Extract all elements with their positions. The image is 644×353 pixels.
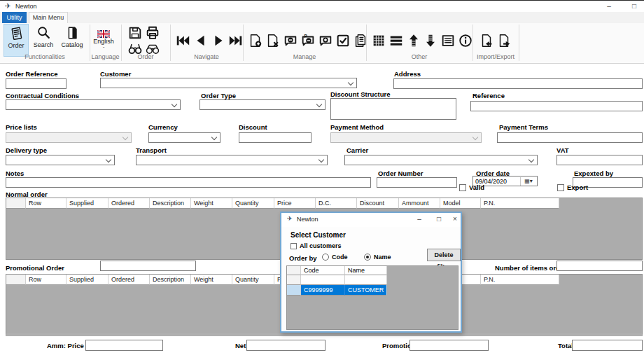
valid-checkbox[interactable]: Valid — [459, 184, 484, 191]
customer-grid-selected-row[interactable]: C9999999CUSTOMER — [287, 285, 387, 298]
promotional-order-label: Promotional Order — [6, 264, 64, 272]
reference-input[interactable] — [470, 101, 643, 111]
delivery-type-combobox[interactable] — [6, 155, 115, 165]
new-order-button[interactable] — [248, 33, 263, 48]
amm-price-list-input[interactable] — [85, 340, 163, 351]
column-header-quantity[interactable]: Quantity — [232, 198, 274, 209]
delete-order-button[interactable] — [265, 33, 281, 48]
column-header-selector[interactable] — [6, 198, 26, 209]
tab-utility[interactable]: Utility — [2, 12, 27, 23]
export-button[interactable] — [496, 33, 512, 48]
info-button[interactable] — [458, 33, 473, 48]
order-by-code-radio[interactable]: Code — [322, 254, 348, 261]
move-down-button[interactable] — [423, 33, 438, 48]
order-reference-input[interactable] — [6, 78, 66, 89]
dialog-maximize-button[interactable]: □ — [433, 214, 445, 225]
customer-name-cell[interactable]: CUSTOMER — [345, 285, 387, 296]
column-header-pn[interactable]: P.N. — [481, 198, 559, 209]
print-button[interactable] — [145, 25, 160, 41]
calendar-dropdown-icon[interactable]: ▦▾ — [520, 177, 536, 186]
add-row-button[interactable] — [318, 33, 333, 48]
order-number-input[interactable] — [377, 177, 457, 188]
group-separator — [519, 25, 519, 61]
column-header-ordered[interactable]: Ordered — [108, 275, 150, 285]
save-button[interactable] — [127, 25, 143, 41]
column-header-selector[interactable] — [287, 266, 301, 275]
contractual-conditions-combobox[interactable] — [6, 99, 181, 110]
column-header-weight[interactable]: Weight — [191, 275, 232, 285]
import-button[interactable] — [479, 33, 494, 48]
column-header-ammount[interactable]: Ammount — [399, 198, 440, 209]
remove-promo-row-button[interactable]: P — [300, 33, 316, 48]
column-header-row[interactable]: Row — [26, 275, 66, 285]
order-button[interactable]: Order — [4, 24, 29, 57]
list-view-button[interactable] — [440, 33, 456, 48]
column-header-row[interactable]: Row — [26, 198, 66, 209]
all-customers-checkbox[interactable]: All customers — [290, 242, 342, 249]
arrow-up-icon — [406, 33, 421, 48]
promotional-order-input[interactable] — [100, 261, 196, 271]
address-input[interactable] — [393, 78, 643, 89]
column-header-weight[interactable]: Weight — [191, 198, 232, 209]
discount-structure-label: Discount Structure — [330, 90, 391, 98]
remove-row-button[interactable] — [283, 33, 298, 48]
table-view-button[interactable] — [371, 33, 386, 48]
dialog-minimize-button[interactable]: – — [413, 214, 426, 225]
minimize-button[interactable]: – — [600, 1, 618, 12]
catalog-button[interactable]: Catalog — [58, 24, 86, 57]
menu-lines-button[interactable] — [388, 33, 404, 48]
column-header-model[interactable]: Model — [440, 198, 481, 209]
notes-input[interactable] — [6, 177, 371, 188]
column-header-code[interactable]: Code — [301, 266, 345, 275]
nav-prev-button[interactable] — [193, 33, 209, 48]
column-header-supplied[interactable]: Supplied — [66, 198, 108, 209]
column-header-discount[interactable]: Discount — [357, 198, 399, 209]
move-up-button[interactable] — [406, 33, 421, 48]
column-header-ordered[interactable]: Ordered — [108, 198, 150, 209]
order-by-name-radio[interactable]: Name — [364, 254, 391, 261]
customer-grid[interactable]: CodeName C9999999CUSTOMER — [286, 265, 458, 330]
customer-code-cell[interactable]: C9999999 — [301, 285, 345, 296]
net-input[interactable] — [246, 340, 326, 351]
confirm-order-button[interactable] — [335, 33, 351, 48]
language-button[interactable]: English - — [88, 24, 119, 57]
check-square-icon — [335, 33, 351, 48]
delete-filter-button[interactable]: Delete filter — [427, 249, 461, 261]
nav-last-button[interactable] — [228, 33, 244, 48]
discount-structure-textarea[interactable] — [330, 98, 456, 120]
column-header-price[interactable]: Price — [274, 198, 316, 209]
column-header-description[interactable]: Description — [150, 198, 191, 209]
payment-method-combobox — [330, 132, 482, 143]
column-header-supplied[interactable]: Supplied — [66, 275, 108, 285]
export-checkbox[interactable]: Export — [557, 184, 588, 191]
row-selector-cell[interactable] — [287, 285, 301, 296]
customer-combobox[interactable] — [100, 78, 357, 88]
vat-input[interactable] — [556, 155, 643, 165]
row-selector-cell[interactable] — [287, 275, 301, 285]
column-header-name[interactable]: Name — [345, 266, 387, 275]
catalog-button-label: Catalog — [58, 41, 86, 48]
search-button[interactable]: Search — [30, 24, 57, 57]
chevron-down-icon — [122, 134, 128, 140]
discount-input[interactable] — [239, 132, 312, 143]
column-header-pn[interactable]: P.N. — [481, 275, 559, 285]
promotion-input[interactable] — [410, 340, 489, 351]
dialog-close-button[interactable]: × — [449, 214, 461, 225]
maximize-button[interactable]: □ — [625, 1, 643, 12]
nav-first-button[interactable] — [175, 33, 190, 48]
number-items-ordered-input[interactable] — [556, 261, 643, 271]
tab-main-menu[interactable]: Main Menu — [29, 12, 68, 23]
column-header-quantity[interactable]: Quantity — [232, 275, 274, 285]
column-header-dc[interactable]: D.C. — [316, 198, 357, 209]
total-input[interactable] — [572, 340, 643, 351]
filter-code-cell[interactable] — [301, 275, 345, 285]
payment-terms-input[interactable] — [497, 132, 643, 143]
order-type-combobox[interactable] — [200, 99, 326, 110]
nav-next-button[interactable] — [211, 33, 226, 48]
currency-combobox[interactable] — [148, 132, 220, 143]
filter-name-cell[interactable] — [345, 275, 387, 285]
carrier-combobox[interactable] — [344, 155, 538, 165]
column-header-description[interactable]: Description — [150, 275, 191, 285]
transport-combobox[interactable] — [136, 155, 328, 165]
column-header-selector[interactable] — [6, 275, 26, 285]
